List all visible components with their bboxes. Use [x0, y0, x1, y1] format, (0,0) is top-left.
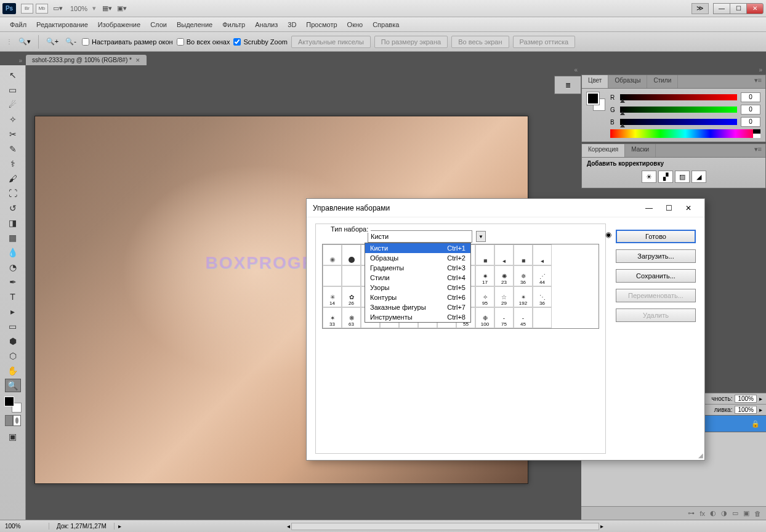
opacity-value[interactable]: 100% — [735, 395, 757, 403]
history-brush-tool-icon[interactable]: ↺ — [5, 201, 21, 215]
red-slider[interactable]: R 0 — [610, 92, 760, 102]
bridge-icon[interactable]: Br — [21, 4, 33, 14]
panel-menu-icon[interactable]: ▾≡ — [751, 75, 765, 88]
group-icon[interactable]: ▭ — [732, 509, 738, 517]
screen-mode-dropdown[interactable]: ▭▾ — [53, 4, 63, 12]
dropdown-chevron-icon[interactable]: ▼ — [476, 231, 486, 242]
collapse-tools-icon[interactable]: » — [15, 56, 26, 65]
dropdown-item-gradients[interactable]: ГрадиентыCtrl+3 — [365, 263, 470, 273]
minimize-button[interactable]: — — [713, 3, 730, 14]
tab-color[interactable]: Цвет — [582, 75, 608, 88]
shape-tool-icon[interactable]: ▭ — [5, 320, 21, 333]
save-button[interactable]: Сохранить... — [616, 269, 696, 283]
zoom-out-icon[interactable]: 🔍- — [63, 34, 78, 49]
close-tab-icon[interactable]: ✕ — [135, 57, 140, 63]
marquee-tool-icon[interactable]: ▭ — [5, 83, 21, 97]
resize-windows-checkbox[interactable]: Настраивать размер окон — [82, 38, 173, 46]
all-windows-checkbox[interactable]: Во всех окнах — [177, 38, 230, 46]
scrollbar-right-icon[interactable]: ▸ — [600, 523, 603, 530]
layer-fx-icon[interactable]: fx — [699, 510, 705, 517]
collapse-panels-icon[interactable]: » — [755, 65, 766, 75]
menu-layers[interactable]: Слои — [145, 19, 172, 30]
resize-grip-icon[interactable]: ◢ — [698, 452, 703, 459]
flyout-menu-icon[interactable]: ◉ — [605, 230, 611, 239]
dropdown-item-swatches[interactable]: ОбразцыCtrl+2 — [365, 253, 470, 263]
expand-panels-icon[interactable]: ≫ — [691, 3, 709, 14]
levels-icon[interactable]: ▞ — [658, 171, 673, 183]
brush-tool-icon[interactable]: 🖌 — [5, 172, 21, 185]
menu-analysis[interactable]: Анализ — [250, 19, 283, 30]
link-layers-icon[interactable]: ⊶ — [688, 509, 695, 517]
menu-3d[interactable]: 3D — [283, 19, 301, 30]
delete-button[interactable]: Удалить — [616, 308, 696, 322]
zoom-in-icon[interactable]: 🔍+ — [45, 34, 60, 49]
done-button[interactable]: Готово — [616, 230, 696, 243]
actual-pixels-button[interactable]: Актуальные пикселы — [291, 36, 371, 48]
preset-type-select[interactable]: Кисти — [368, 230, 472, 243]
color-ramp[interactable] — [610, 129, 760, 138]
eyedropper-tool-icon[interactable]: ✎ — [5, 142, 21, 156]
scrubby-zoom-checkbox[interactable]: Scrubby Zoom — [233, 38, 288, 46]
zoom-tool-icon[interactable]: 🔍 — [5, 379, 21, 392]
opacity-chevron-icon[interactable]: ▸ — [759, 395, 762, 402]
type-tool-icon[interactable]: T — [5, 290, 21, 304]
new-layer-icon[interactable]: ▣ — [743, 509, 749, 517]
maximize-button[interactable]: ☐ — [730, 3, 747, 14]
minibridge-icon[interactable]: Mb — [36, 4, 48, 14]
tab-styles[interactable]: Стили — [647, 75, 678, 88]
document-tab[interactable]: sshot-2333.png @ 100% (RGB/8#) * ✕ — [26, 55, 147, 65]
pen-tool-icon[interactable]: ✒ — [5, 275, 21, 289]
3d-camera-tool-icon[interactable]: ⬡ — [5, 349, 21, 363]
blue-slider[interactable]: B 0 — [610, 117, 760, 127]
foreground-color[interactable] — [4, 397, 14, 406]
panel-menu-icon[interactable]: ▾≡ — [751, 144, 765, 157]
tab-swatches[interactable]: Образцы — [608, 75, 647, 88]
dropdown-item-brushes[interactable]: КистиCtrl+1 — [365, 243, 470, 253]
dodge-tool-icon[interactable]: ◔ — [5, 260, 21, 274]
full-screen-button[interactable]: Во весь экран — [451, 36, 509, 48]
arrange-dropdown[interactable]: ▦▾ — [102, 4, 112, 12]
hand-tool-icon[interactable]: ✋ — [5, 364, 21, 377]
gradient-tool-icon[interactable]: ▦ — [5, 231, 21, 244]
menu-window[interactable]: Окно — [342, 19, 368, 30]
menu-select[interactable]: Выделение — [172, 19, 217, 30]
color-panel-swatch[interactable] — [587, 92, 605, 111]
zoom-tool-preset-icon[interactable]: 🔍▾ — [17, 34, 32, 49]
crop-tool-icon[interactable]: ✂ — [5, 127, 21, 141]
menu-edit[interactable]: Редактирование — [31, 19, 93, 30]
layer-mask-icon[interactable]: ◐ — [710, 509, 716, 517]
menu-view[interactable]: Просмотр — [301, 19, 342, 30]
dropdown-item-tools[interactable]: ИнструментыCtrl+8 — [365, 312, 470, 322]
lasso-tool-icon[interactable]: ☄ — [5, 98, 21, 111]
curves-icon[interactable]: ▨ — [675, 171, 690, 183]
menu-filter[interactable]: Фильтр — [217, 19, 250, 30]
path-select-tool-icon[interactable]: ▸ — [5, 305, 21, 318]
quick-select-tool-icon[interactable]: ✧ — [5, 113, 21, 126]
fill-value[interactable]: 100% — [735, 406, 757, 414]
fit-screen-button[interactable]: По размеру экрана — [374, 36, 448, 48]
screenmode-dropdown[interactable]: ▣▾ — [117, 4, 127, 12]
fill-chevron-icon[interactable]: ▸ — [759, 406, 762, 413]
dialog-maximize-button[interactable]: ☐ — [659, 201, 679, 216]
close-button[interactable]: ✕ — [746, 3, 764, 14]
dropdown-item-contours[interactable]: КонтурыCtrl+6 — [365, 292, 470, 302]
load-button[interactable]: Загрузить... — [616, 249, 696, 263]
zoom-chevron-icon[interactable]: ▾ — [92, 4, 96, 12]
stamp-tool-icon[interactable]: ⛶ — [5, 187, 21, 200]
horizontal-scrollbar[interactable] — [291, 523, 599, 530]
history-panel-icon[interactable]: ≣ — [554, 76, 581, 94]
blur-tool-icon[interactable]: 💧 — [5, 246, 21, 259]
healing-tool-icon[interactable]: ⚕ — [5, 157, 21, 171]
brightness-icon[interactable]: ☀ — [642, 171, 656, 183]
green-slider[interactable]: G 0 — [610, 105, 760, 115]
menu-image[interactable]: Изображение — [93, 19, 145, 30]
dropdown-item-shapes[interactable]: Заказные фигурыCtrl+7 — [365, 302, 470, 312]
dialog-close-button[interactable]: ✕ — [679, 201, 698, 216]
adjustment-layer-icon[interactable]: ◑ — [721, 509, 727, 517]
dialog-titlebar[interactable]: Управление наборами — ☐ ✕ — [307, 199, 704, 217]
rename-button[interactable]: Переименовать... — [616, 289, 696, 302]
dropdown-item-patterns[interactable]: УзорыCtrl+5 — [365, 283, 470, 292]
menu-help[interactable]: Справка — [368, 19, 404, 30]
3d-tool-icon[interactable]: ⬢ — [5, 334, 21, 348]
options-grip-icon[interactable]: ⋮ — [5, 37, 14, 46]
